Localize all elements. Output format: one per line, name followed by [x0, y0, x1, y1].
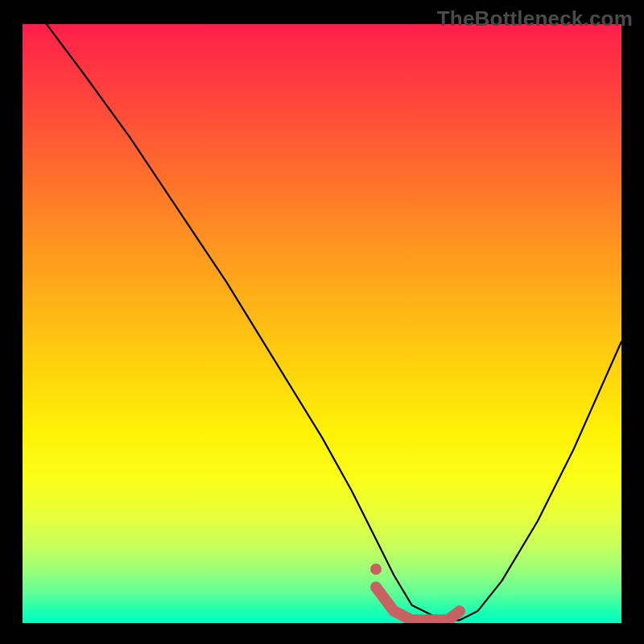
- marker-dot: [370, 564, 382, 575]
- marker-band: [376, 587, 460, 620]
- chart-frame: TheBottleneck.com: [0, 0, 644, 644]
- curve-layer: [23, 24, 621, 623]
- main-curve: [47, 24, 621, 620]
- plot-area: [23, 24, 621, 623]
- watermark-text: TheBottleneck.com: [437, 6, 633, 31]
